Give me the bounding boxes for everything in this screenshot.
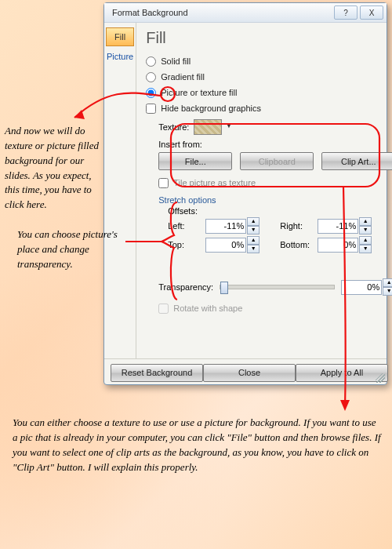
insert-from-label: Insert from: xyxy=(158,140,392,149)
reset-background-button[interactable]: Reset Background xyxy=(111,364,203,382)
annotation-text-3: You can either choose a texture to use o… xyxy=(13,416,381,474)
radio-gradient-fill[interactable]: Gradient fill xyxy=(146,69,392,85)
transparency-spinner[interactable]: ▲▼ xyxy=(341,278,392,296)
offsets-label: Offsets: xyxy=(168,206,392,216)
slider-thumb[interactable] xyxy=(220,282,228,294)
spin-up-icon[interactable]: ▲ xyxy=(247,217,260,226)
resize-grip-icon[interactable] xyxy=(376,373,385,383)
panel-heading: Fill xyxy=(146,29,392,47)
radio-solid-fill[interactable]: Solid fill xyxy=(146,53,392,69)
annotation-text-1: And now we will do texture or picture fi… xyxy=(5,124,107,213)
spin-down-icon[interactable]: ▼ xyxy=(383,287,392,296)
offset-left-input[interactable] xyxy=(205,219,246,234)
apply-to-all-button[interactable]: Apply to All xyxy=(296,364,388,382)
radio-gradient-fill-input[interactable] xyxy=(146,72,156,82)
check-hide-bg-graphics-input[interactable] xyxy=(146,104,156,114)
check-rotate-with-shape-input xyxy=(158,304,169,314)
sidebar-tab-picture[interactable]: Picture xyxy=(106,47,134,66)
spin-up-icon[interactable]: ▲ xyxy=(247,236,260,245)
offset-right-label: Right: xyxy=(280,221,311,231)
offset-bottom-input[interactable] xyxy=(318,238,358,253)
dialog-footer: Reset Background Close Apply to All xyxy=(104,358,387,386)
check-tile-picture[interactable]: Tile picture as texture xyxy=(158,175,392,191)
offset-top-spinner[interactable]: ▲▼ xyxy=(205,236,260,253)
transparency-label: Transparency: xyxy=(158,282,213,292)
titlebar[interactable]: Format Background ? X xyxy=(104,3,387,23)
clipboard-button: Clipboard xyxy=(240,152,314,170)
texture-label: Texture: xyxy=(158,122,189,132)
offset-bottom-spinner[interactable]: ▲▼ xyxy=(318,236,372,253)
radio-picture-texture-fill-input[interactable] xyxy=(146,88,156,98)
offset-right-spinner[interactable]: ▲▼ xyxy=(318,217,372,235)
sidebar: Fill Picture xyxy=(104,23,136,358)
offset-top-input[interactable] xyxy=(205,238,246,253)
offset-right-input[interactable] xyxy=(318,219,358,234)
close-window-button[interactable]: X xyxy=(360,5,383,20)
check-tile-picture-input[interactable] xyxy=(158,178,169,188)
spin-up-icon[interactable]: ▲ xyxy=(359,217,372,226)
spin-down-icon[interactable]: ▼ xyxy=(359,226,372,235)
fill-panel: Fill Solid fill Gradient fill Picture or… xyxy=(136,23,392,358)
texture-picker[interactable] xyxy=(194,119,222,135)
spin-down-icon[interactable]: ▼ xyxy=(359,245,372,253)
stretch-options-header: Stretch options xyxy=(158,195,392,205)
spin-up-icon[interactable]: ▲ xyxy=(383,278,392,287)
help-button[interactable]: ? xyxy=(334,5,358,20)
dialog-title: Format Background xyxy=(112,8,332,17)
arrowhead-icon xyxy=(340,400,350,411)
annotation-text-2: You can choose picture's place and chang… xyxy=(17,227,119,272)
sidebar-tab-fill[interactable]: Fill xyxy=(106,27,134,46)
spin-up-icon[interactable]: ▲ xyxy=(359,236,372,245)
format-background-dialog: Format Background ? X Fill Picture Fill … xyxy=(103,2,387,385)
radio-picture-texture-fill-label: Picture or texture fill xyxy=(161,88,237,97)
radio-solid-fill-input[interactable] xyxy=(146,56,156,67)
check-hide-bg-graphics[interactable]: Hide background graphics xyxy=(146,100,392,116)
offset-top-label: Top: xyxy=(168,240,199,249)
check-rotate-with-shape[interactable]: Rotate with shape xyxy=(158,300,392,316)
radio-picture-texture-fill[interactable]: Picture or texture fill xyxy=(146,85,392,100)
radio-solid-fill-label: Solid fill xyxy=(161,56,191,66)
radio-gradient-fill-label: Gradient fill xyxy=(161,72,205,82)
offset-bottom-label: Bottom: xyxy=(280,240,311,249)
transparency-slider[interactable] xyxy=(220,285,335,289)
offset-left-spinner[interactable]: ▲▼ xyxy=(205,217,260,235)
spin-down-icon[interactable]: ▼ xyxy=(247,226,260,235)
offset-left-label: Left: xyxy=(168,221,199,231)
check-rotate-with-shape-label: Rotate with shape xyxy=(173,304,242,313)
transparency-input[interactable] xyxy=(341,280,382,295)
check-hide-bg-graphics-label: Hide background graphics xyxy=(161,104,261,113)
spin-down-icon[interactable]: ▼ xyxy=(247,245,260,253)
check-tile-picture-label: Tile picture as texture xyxy=(173,178,256,187)
file-button[interactable]: File... xyxy=(158,152,232,170)
clip-art-button[interactable]: Clip Art... xyxy=(321,152,392,170)
close-button[interactable]: Close xyxy=(203,364,296,382)
arrowhead-icon xyxy=(74,110,85,119)
